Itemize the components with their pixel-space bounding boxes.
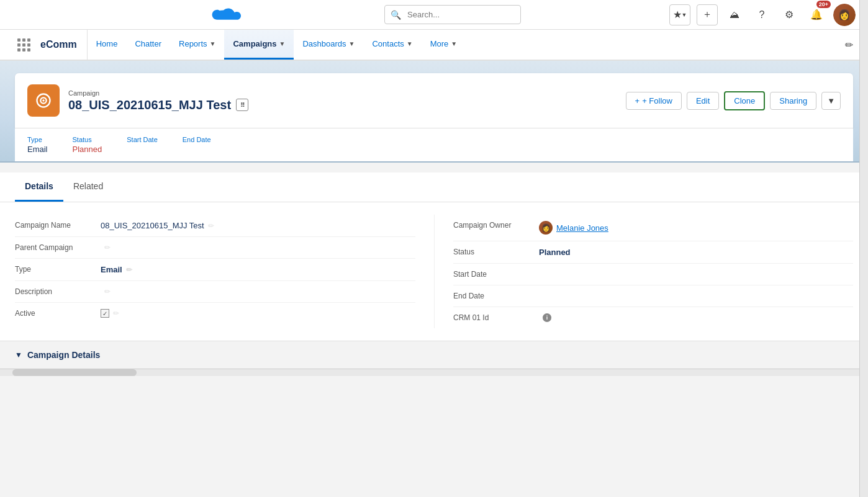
more-chevron-icon: ▼ [451, 40, 457, 47]
hierarchy-icon[interactable]: ⠿ [236, 99, 248, 111]
add-button[interactable]: ＋ [697, 4, 718, 25]
notifications-button[interactable]: 🔔 20+ [806, 4, 827, 25]
active-checkbox[interactable]: ✓ [101, 309, 109, 318]
app-launcher-button[interactable] [10, 38, 38, 51]
record-header-left: Campaign 08_UIS_20210615_MJJ Test ⠿ [27, 84, 248, 117]
tab-details[interactable]: Details [15, 172, 63, 202]
type-label: Type [27, 136, 48, 143]
crm01-info-icon[interactable]: i [543, 313, 551, 322]
owner-avatar: 👩 [539, 221, 553, 235]
nav-item-chatter[interactable]: Chatter [126, 30, 170, 60]
detail-start-date-field: Start Date [453, 264, 853, 285]
nav-edit-button[interactable]: ✏ [840, 37, 858, 53]
record-meta: Campaign 08_UIS_20210615_MJJ Test ⠿ [68, 89, 248, 112]
gear-icon: ⚙ [785, 9, 793, 20]
type-value: Email [27, 145, 48, 154]
bottom-scrollbar[interactable] [0, 369, 868, 376]
dropdown-chevron-icon: ▼ [827, 96, 835, 105]
field-type: Type Email [27, 136, 48, 154]
nav-item-contacts[interactable]: Contacts ▼ [363, 30, 421, 60]
details-grid: Campaign Name 08_UIS_20210615_MJJ Test ✏… [15, 215, 853, 328]
type-field-value: Email ✏ [101, 265, 415, 274]
field-start-date: Start Date [127, 136, 158, 154]
favorites-chevron-icon: ▼ [682, 12, 687, 18]
end-date-label: End Date [183, 136, 211, 143]
pencil-icon: ✏ [845, 40, 853, 50]
svg-point-2 [42, 99, 45, 102]
scrollbar-track [12, 369, 137, 376]
description-edit-icon[interactable]: ✏ [104, 287, 111, 296]
contacts-chevron-icon: ▼ [407, 40, 413, 47]
salesforce-logo [211, 5, 241, 30]
end-date-field-label: End Date [453, 292, 534, 300]
follow-button[interactable]: + + Follow [626, 92, 682, 110]
avatar: 👩 [833, 4, 856, 26]
description-value: ✏ [101, 287, 415, 296]
search-icon: 🔍 [391, 10, 401, 20]
clone-button[interactable]: Clone [724, 91, 765, 110]
campaign-icon [27, 84, 60, 117]
user-avatar-button[interactable]: 👩 [833, 4, 856, 26]
sharing-label: Sharing [779, 96, 807, 105]
field-status: Status Planned [73, 136, 102, 154]
star-icon: ★ [673, 9, 682, 20]
detail-end-date-field: End Date [453, 285, 853, 307]
search-container: 🔍 [384, 5, 521, 24]
campaign-owner-link[interactable]: Melanie Jones [556, 223, 608, 233]
favorites-button[interactable]: ★ ▼ [669, 4, 690, 25]
settings-button[interactable]: ⚙ [779, 4, 800, 25]
parent-campaign-edit-icon[interactable]: ✏ [104, 243, 111, 252]
trailhead-button[interactable]: ⛰ [724, 4, 745, 25]
follow-label: + Follow [642, 96, 672, 105]
campaign-name-value: 08_UIS_20210615_MJJ Test ✏ [101, 221, 415, 230]
parent-campaign-label: Parent Campaign [15, 243, 96, 252]
edit-label: Edit [696, 96, 710, 105]
actions-dropdown-button[interactable]: ▼ [821, 92, 841, 110]
description-label: Description [15, 287, 96, 296]
details-section: Campaign Name 08_UIS_20210615_MJJ Test ✏… [0, 202, 868, 341]
campaigns-chevron-icon: ▼ [279, 40, 286, 47]
record-hero: Campaign 08_UIS_20210615_MJJ Test ⠿ + + … [0, 61, 868, 163]
nav-item-home[interactable]: Home [88, 30, 127, 60]
help-icon: ? [759, 9, 765, 20]
start-date-field-label: Start Date [453, 270, 534, 279]
grid-icon [17, 38, 30, 51]
search-input[interactable] [384, 5, 521, 24]
parent-campaign-value: ✏ [101, 243, 415, 252]
status-value: Planned [73, 145, 102, 154]
nav-item-dashboards[interactable]: Dashboards ▼ [294, 30, 363, 60]
field-end-date: End Date [183, 136, 211, 154]
nav-label-chatter: Chatter [135, 39, 161, 48]
crm01-id-value: i [539, 313, 853, 322]
nav-item-reports[interactable]: Reports ▼ [170, 30, 224, 60]
tab-related[interactable]: Related [63, 172, 113, 202]
campaign-name-label: Campaign Name [15, 221, 96, 230]
sharing-button[interactable]: Sharing [770, 92, 816, 110]
nav-item-campaigns[interactable]: Campaigns ▼ [224, 30, 294, 60]
tab-details-label: Details [25, 181, 53, 191]
active-edit-icon[interactable]: ✏ [113, 309, 119, 318]
status-label: Status [73, 136, 102, 143]
nav-label-campaigns: Campaigns [233, 39, 276, 48]
detail-type: Type Email ✏ [15, 259, 415, 281]
detail-status-field: Status Planned [453, 241, 853, 264]
detail-active: Active ✓ ✏ [15, 303, 415, 324]
detail-campaign-name: Campaign Name 08_UIS_20210615_MJJ Test ✏ [15, 215, 415, 237]
campaign-details-section[interactable]: ▼ Campaign Details [0, 341, 868, 369]
trailhead-icon: ⛰ [730, 9, 739, 20]
top-bar-icons: ★ ▼ ＋ ⛰ ? ⚙ 🔔 20+ 👩 [669, 4, 856, 26]
type-edit-icon[interactable]: ✏ [126, 266, 132, 274]
help-button[interactable]: ? [751, 4, 772, 25]
status-field-value: Planned [539, 248, 853, 257]
type-field-label: Type [15, 265, 96, 274]
nav-label-contacts: Contacts [372, 39, 404, 48]
campaign-details-label: Campaign Details [27, 350, 100, 360]
tab-related-label: Related [73, 181, 103, 191]
edit-button[interactable]: Edit [687, 92, 719, 110]
campaign-name-edit-icon[interactable]: ✏ [208, 222, 214, 230]
tabs-bar: Details Related [0, 172, 868, 202]
right-scrollbar[interactable] [859, 0, 868, 376]
nav-item-more[interactable]: More ▼ [422, 30, 466, 60]
reports-chevron-icon: ▼ [210, 40, 216, 47]
detail-crm01-id: CRM 01 Id i [453, 307, 853, 328]
